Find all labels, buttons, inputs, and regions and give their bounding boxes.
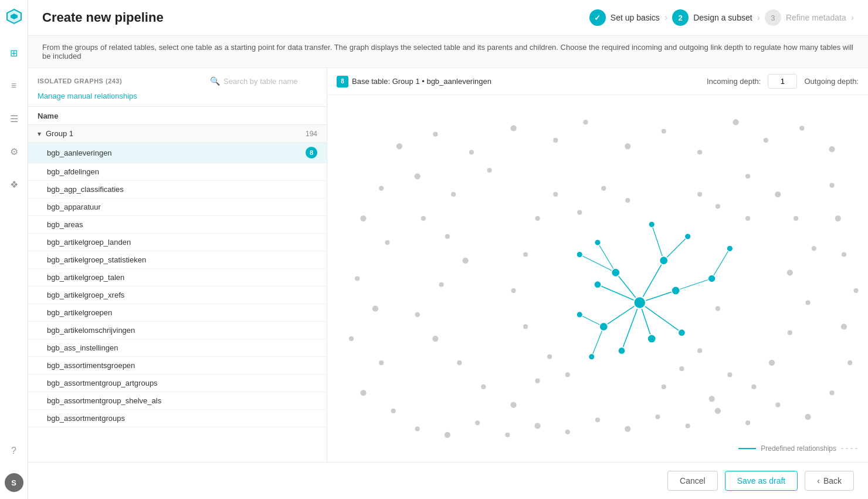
svg-point-55 (745, 174, 750, 178)
step-3-circle: 3 (765, 9, 781, 26)
svg-point-36 (745, 420, 750, 425)
left-panel: ISOLATED GRAPHS (243) 🔍 Manage manual re… (28, 68, 327, 462)
table-row[interactable]: bgb_assortmentgroup_artgroups (28, 375, 327, 392)
svg-point-13 (379, 186, 384, 191)
outgoing-depth-label: Outgoing depth: (804, 77, 859, 86)
svg-point-48 (463, 258, 469, 264)
table-row[interactable]: bgb_artikelomschrijvingen (28, 322, 327, 339)
svg-point-17 (360, 215, 366, 221)
depth-controls: Incoming depth: Outgoing depth: (707, 74, 859, 89)
table-row-name: bgb_assortmentgroup_artgroups (47, 379, 317, 387)
svg-point-53 (481, 385, 486, 389)
nav-icon-data[interactable]: ☰ (4, 108, 25, 129)
svg-point-41 (841, 323, 847, 329)
table-row[interactable]: bgb_assortimentsgroepen (28, 357, 327, 375)
group-name: Group 1 (46, 129, 306, 138)
save-draft-button[interactable]: Save as draft (725, 471, 798, 491)
description-bar: From the groups of related tables, selec… (28, 36, 868, 68)
nav-icon-pipelines[interactable]: ≡ (4, 75, 25, 96)
svg-point-88 (618, 347, 625, 354)
table-row-name: bgb_artikelgroep_landen (47, 238, 317, 247)
svg-point-116 (523, 252, 528, 257)
svg-point-94 (685, 234, 691, 240)
svg-point-100 (553, 192, 558, 197)
svg-point-50 (415, 312, 420, 317)
table-row-name: bgb_agp_classificaties (47, 185, 317, 194)
svg-point-31 (595, 417, 600, 422)
svg-point-46 (421, 216, 426, 221)
table-row-name: bgb_ass_instellingen (47, 343, 317, 352)
svg-point-6 (625, 143, 630, 149)
svg-point-109 (679, 366, 684, 371)
user-avatar[interactable]: S (5, 473, 23, 492)
nav-icon-help[interactable]: ? (4, 440, 25, 461)
svg-point-84 (660, 257, 668, 265)
svg-point-32 (625, 426, 630, 431)
svg-point-15 (451, 192, 456, 197)
table-row[interactable]: bgb_areas (28, 216, 327, 234)
page-title: Create new pipeline (42, 10, 164, 25)
svg-point-14 (415, 173, 421, 179)
isolated-graphs-label: ISOLATED GRAPHS (243) (38, 77, 122, 85)
table-row[interactable]: bgb_artikelgroep_landen (28, 234, 327, 251)
table-column-header: Name (28, 106, 327, 125)
search-input[interactable] (223, 77, 317, 86)
svg-point-22 (379, 360, 384, 365)
nav-icon-settings[interactable]: ⚙ (4, 141, 25, 162)
table-row[interactable]: bgb_agp_classificaties (28, 181, 327, 198)
table-row[interactable]: bgb_artikelgroep_talen (28, 269, 327, 286)
nav-icon-integrations[interactable]: ❖ (4, 174, 25, 195)
svg-point-63 (751, 385, 756, 389)
table-row-name: bgb_artikelgroep_statistieken (47, 255, 317, 264)
back-button[interactable]: ‹ Back (805, 471, 854, 491)
svg-point-112 (547, 355, 552, 359)
back-label: Back (823, 476, 842, 485)
svg-point-90 (594, 281, 601, 288)
search-icon: 🔍 (210, 76, 220, 86)
table-row[interactable]: bgb_artikelgroep_xrefs (28, 286, 327, 304)
table-row[interactable]: bgb_ass_instellingen (28, 339, 327, 357)
base-table-text: Base table: Group 1 • bgb_aanleveringen (352, 77, 491, 86)
table-row[interactable]: bgb_artikelgroepen (28, 304, 327, 322)
incoming-depth-input[interactable] (768, 74, 797, 89)
svg-point-96 (727, 245, 733, 251)
svg-point-21 (349, 336, 354, 341)
back-arrow-icon: ‹ (817, 476, 820, 485)
table-row[interactable]: bgb_afdelingen (28, 163, 327, 181)
svg-point-47 (445, 234, 450, 239)
svg-point-102 (601, 186, 606, 191)
svg-line-73 (598, 285, 640, 303)
table-row[interactable]: bgb_assortmentgroups (28, 410, 327, 427)
svg-point-1 (433, 132, 438, 137)
svg-point-39 (829, 390, 834, 395)
nav-icon-dashboard[interactable]: ⊞ (4, 42, 25, 63)
table-row[interactable]: bgb_artikelgroep_statistieken (28, 251, 327, 269)
group-row[interactable]: ▾ Group 1 194 (28, 125, 327, 143)
svg-point-30 (565, 430, 570, 434)
svg-point-26 (445, 432, 450, 438)
svg-point-11 (799, 126, 804, 130)
svg-line-79 (712, 248, 730, 278)
step-1-label: Set up basics (611, 13, 660, 22)
svg-point-23 (360, 390, 366, 396)
step-1: ✓ Set up basics (589, 9, 660, 26)
table-row-name: bgb_afdelingen (47, 167, 317, 176)
svg-point-5 (583, 120, 588, 124)
step-2: 2 Design a subset (672, 9, 752, 26)
step-2-circle: 2 (672, 9, 689, 26)
svg-point-4 (553, 138, 558, 143)
svg-point-0 (396, 143, 402, 149)
manage-relationships-link[interactable]: Manage manual relationships (28, 92, 327, 106)
selected-badge: 8 (306, 147, 317, 159)
table-row[interactable]: bgb_assortmentgroup_shelve_als (28, 392, 327, 410)
svg-point-12 (829, 146, 835, 152)
graph-toolbar: 8 Base table: Group 1 • bgb_aanleveringe… (327, 68, 868, 95)
table-row[interactable]: bgb_apparatuur (28, 198, 327, 216)
predefined-line (738, 448, 756, 449)
table-row[interactable]: bgb_aanleveringen8 (28, 143, 327, 163)
cancel-button[interactable]: Cancel (667, 471, 718, 491)
svg-point-28 (505, 433, 510, 437)
table-row-name: bgb_assortmentgroup_shelve_als (47, 396, 317, 405)
base-table-badge: 8 Base table: Group 1 • bgb_aanleveringe… (337, 76, 491, 87)
base-table-icon: 8 (337, 76, 348, 87)
